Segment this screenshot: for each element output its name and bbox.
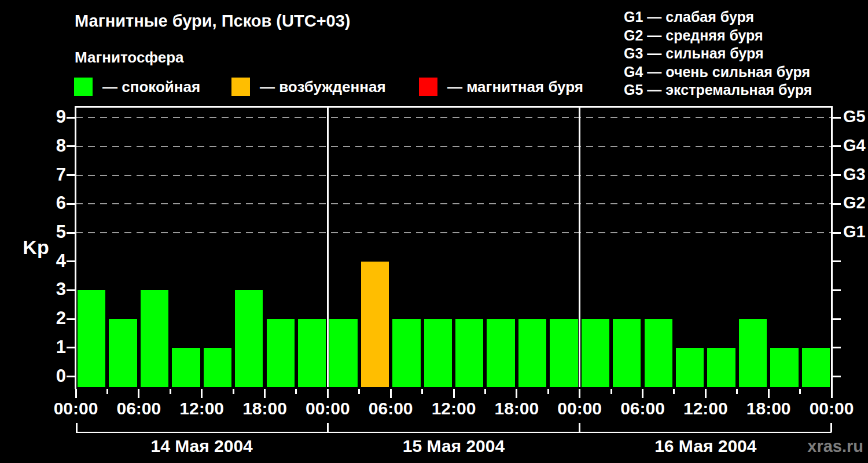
g-scale-label-G2: G2 [843,193,866,212]
x-tick-label: 18:00 [733,399,804,418]
y-axis-left [75,106,76,389]
gridline-kp9 [76,117,832,118]
y-tick-label: 6 [20,193,66,214]
x-axis-tick [736,389,738,394]
kp-bar [141,290,168,387]
y-axis-tick-right [833,145,841,147]
x-axis-tick [170,389,171,394]
gridline-kp6 [76,203,832,204]
x-tick-label: 06:00 [103,399,175,418]
x-axis-tick [106,389,108,394]
gridline-kp8 [76,146,832,147]
y-tick-label: 5 [20,222,66,242]
date-label: 16 Мая 2004 [607,436,804,456]
y-axis-tick-right [833,376,841,377]
x-tick-label: 00:00 [544,399,616,418]
y-axis-tick-right [833,174,841,176]
kp-bar [235,290,263,387]
y-tick-label: 2 [20,308,66,329]
x-axis-tick [264,389,266,398]
date-bracket-tick [327,423,329,432]
kp-bar [613,319,641,387]
x-axis-tick [138,389,139,398]
x-tick-label: 00:00 [796,399,867,418]
g-scale-label-G3: G3 [843,165,866,184]
x-tick-label: 00:00 [292,399,363,418]
y-axis-tick-left [67,203,75,205]
x-axis-tick [327,389,329,398]
kp-bar [172,348,200,387]
x-axis-tick [358,389,360,394]
day-divider [327,106,329,387]
watermark: xras.ru [807,437,863,456]
kp-bar [455,319,483,387]
x-axis-tick [75,389,77,398]
y-axis-tick-left [67,174,75,176]
x-tick-label: 06:00 [607,399,679,418]
gridline-kp7 [76,175,832,176]
y-axis-tick-right [833,232,841,234]
kp-bar [204,348,231,387]
y-axis-tick-left [67,376,75,377]
x-axis-tick [768,389,770,398]
kp-bar [518,319,546,387]
kp-bar [109,319,137,387]
day-divider [579,106,580,387]
x-axis-tick [233,389,234,394]
x-axis-tick [673,389,675,394]
x-tick-label: 12:00 [166,399,238,418]
y-axis-tick-left [67,289,75,291]
kp-bar [392,319,420,387]
x-axis-tick [295,389,297,394]
g-scale-label-G1: G1 [843,222,866,241]
kp-bar [361,262,389,387]
x-axis-tick [642,389,643,398]
x-axis-tick [610,389,612,394]
y-axis-tick-right [833,260,841,262]
x-tick-label: 18:00 [481,399,553,418]
x-axis-tick [579,389,580,398]
x-axis-tick [484,389,486,394]
y-tick-label: 7 [20,164,66,185]
date-label: 15 Мая 2004 [355,436,552,456]
x-axis-tick [516,389,517,398]
x-tick-label: 06:00 [355,399,426,418]
date-bracket-tick [830,423,832,432]
y-tick-label: 1 [20,337,66,358]
kp-bar [267,319,295,387]
y-axis-tick-left [67,318,75,320]
y-tick-label: 8 [20,135,66,156]
y-axis-tick-right [833,318,841,320]
kp-bar [582,319,609,387]
magnetic-storm-chart-page: Магнитные бури, Псков (UTC+03) Магнитосф… [0,0,868,463]
x-axis-tick [201,389,203,398]
x-axis-tick [831,389,833,398]
kp-bar [707,348,735,387]
x-axis-tick [390,389,392,398]
gridline-kp5 [76,232,832,233]
y-tick-label: 0 [20,366,66,387]
date-bracket-line [76,432,832,433]
y-axis-tick-left [67,260,75,262]
x-axis-tick [547,389,549,394]
date-label: 14 Мая 2004 [104,436,300,456]
kp-bar [645,319,672,387]
x-tick-label: 00:00 [40,399,112,418]
y-axis-tick-right [833,203,841,205]
kp-bar [487,319,514,387]
x-tick-label: 18:00 [229,399,301,418]
plot-top-border [75,106,833,108]
x-tick-label: 12:00 [418,399,490,418]
x-axis-tick [453,389,455,398]
x-axis-tick [421,389,423,394]
kp-bar [802,348,830,387]
x-axis-tick [799,389,801,394]
date-bracket-tick [579,423,580,432]
y-axis-tick-left [67,347,75,348]
kp-bar [298,319,326,387]
kp-bar [329,319,357,387]
y-axis-tick-left [67,117,75,119]
y-axis-tick-right [833,289,841,291]
kp-bar [676,348,704,387]
kp-bar [550,319,578,387]
